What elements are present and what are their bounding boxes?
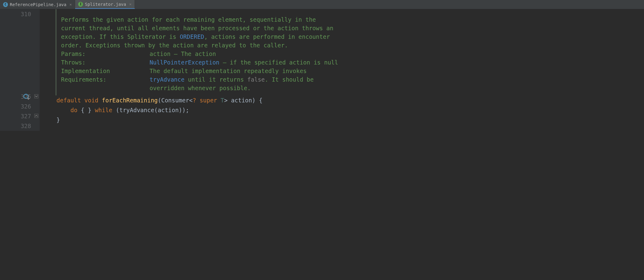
doc-throws-label: Throws: [61,58,150,67]
line-gutter: 310 325 326 327 328 [0,9,34,131]
doc-params-text: action – The action [150,50,216,58]
override-gutter-icon[interactable] [23,93,30,101]
doc-throws-text: – if the specified action is null [219,59,338,66]
editor-tabs: C ReferencePipeline.java × I Spliterator… [0,0,644,9]
fold-expand-icon[interactable] [34,114,38,118]
gutter-icons [34,9,40,131]
line-number: 328 [0,121,31,131]
code-content[interactable]: Performs the given action for each remai… [40,9,644,131]
tab-label: ReferencePipeline.java [10,2,66,7]
tab-spliterator[interactable]: I Spliterator.java × [75,0,135,9]
doc-link-npe[interactable]: NullPointerException [150,59,219,66]
line-number: 326 [0,101,31,111]
class-icon: C [3,2,8,7]
svg-point-0 [24,94,28,98]
doc-link-ordered[interactable]: ORDERED [180,33,204,40]
line-number: 310 [0,9,31,19]
doc-impl-label: Implementation Requirements: [61,67,150,92]
doc-impl-text: until it returns [184,76,247,83]
doc-link-tryadvance[interactable]: tryAdvance [150,76,184,83]
tab-label: Spliterator.java [85,2,126,7]
code-line-325[interactable]: default void forEachRemaining(Consumer<?… [56,95,644,105]
close-icon[interactable]: × [69,2,72,7]
code-line-327[interactable]: } [56,115,644,125]
svg-rect-2 [34,114,38,118]
code-line-326[interactable]: do { } while (tryAdvance(action)); [56,105,644,115]
tab-reference-pipeline[interactable]: C ReferencePipeline.java × [0,0,75,9]
line-number: 327 [0,111,31,121]
interface-icon: I [78,2,83,7]
doc-params-label: Params: [61,50,150,58]
close-icon[interactable]: × [129,2,132,6]
editor-area[interactable]: 310 325 326 327 328 Performs the given a… [0,9,644,131]
doc-impl-text: The default implementation repeatedly in… [150,68,307,74]
doc-code-false: false [247,76,265,83]
fold-collapse-icon[interactable] [34,94,38,98]
svg-rect-1 [34,94,38,98]
javadoc-rendered: Performs the given action for each remai… [56,9,644,95]
